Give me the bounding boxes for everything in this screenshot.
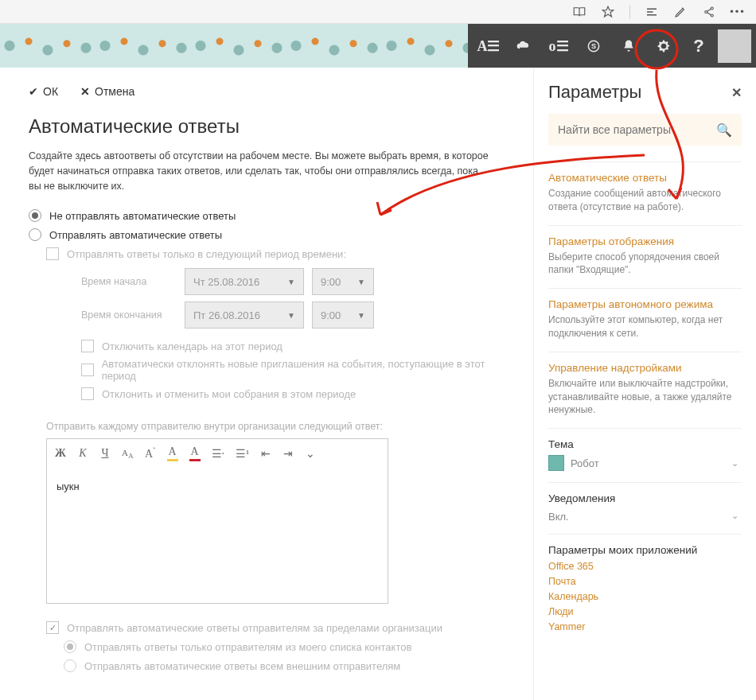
start-time-select[interactable]: 9:00 ▼ bbox=[312, 268, 374, 295]
browser-toolbar: ••• bbox=[0, 0, 756, 24]
cancel-button[interactable]: ✕ Отмена bbox=[80, 85, 134, 98]
checkbox-decline-new[interactable]: Автоматически отклонять новые приглашени… bbox=[81, 358, 511, 382]
chevron-down-icon: ⌄ bbox=[731, 458, 738, 469]
outdent-button[interactable]: ⇤ bbox=[260, 447, 271, 461]
section-addins[interactable]: Управление надстройками Включайте или вы… bbox=[548, 352, 742, 428]
settings-search[interactable]: 🔍 bbox=[548, 114, 742, 146]
font-family-button[interactable]: Aˇ bbox=[145, 446, 156, 461]
end-date-select[interactable]: Пт 26.08.2016 ▼ bbox=[185, 301, 304, 329]
app-ax-icon[interactable]: A☰ bbox=[473, 30, 505, 62]
cancel-label: Отмена bbox=[95, 85, 134, 98]
app-link[interactable]: Office 365 bbox=[548, 561, 742, 572]
gear-icon[interactable] bbox=[648, 30, 680, 62]
radio-all-external[interactable]: Отправлять автоматические ответы всем вн… bbox=[64, 659, 511, 672]
chevron-down-icon: ▼ bbox=[357, 311, 365, 320]
skype-icon[interactable]: S bbox=[578, 30, 610, 62]
svg-text:S: S bbox=[591, 42, 596, 50]
bell-icon[interactable] bbox=[613, 30, 645, 62]
section-link: Автоматические ответы bbox=[548, 172, 742, 184]
theme-value: Робот bbox=[571, 457, 599, 469]
radio-icon bbox=[64, 640, 76, 653]
section-offline[interactable]: Параметры автономного режима Используйте… bbox=[548, 288, 742, 352]
hub-icon[interactable] bbox=[645, 5, 659, 19]
highlight-button[interactable]: A bbox=[167, 445, 178, 461]
checkbox-period[interactable]: Отправлять ответы только в следующий пер… bbox=[46, 247, 511, 260]
content-area: ✔ ОК ✕ Отмена Автоматические ответы Созд… bbox=[0, 68, 756, 700]
theme-banner: A☰ o☰ S ? bbox=[0, 24, 756, 68]
onedrive-icon[interactable] bbox=[508, 30, 540, 62]
ok-label: ОК bbox=[43, 85, 58, 98]
section-sub: Используйте этот компьютер, когда нет по… bbox=[548, 314, 723, 339]
bullets-button[interactable]: ☰· bbox=[212, 447, 225, 461]
action-row: ✔ ОК ✕ Отмена bbox=[29, 85, 511, 98]
share-icon[interactable] bbox=[702, 5, 716, 19]
section-sub: Выберите способ упорядочения своей папки… bbox=[548, 251, 719, 276]
end-time-value: 9:00 bbox=[321, 309, 341, 321]
page-description: Создайте здесь автоответы об отсутствии … bbox=[29, 149, 490, 193]
app-link[interactable]: Почта bbox=[548, 576, 742, 587]
checkbox-icon bbox=[46, 247, 59, 260]
section-sub: Создание сообщений автоматического ответ… bbox=[548, 188, 721, 212]
section-link: Управление надстройками bbox=[548, 362, 742, 374]
main-panel: ✔ ОК ✕ Отмена Автоматические ответы Созд… bbox=[0, 68, 533, 700]
notifications-value: Вкл. bbox=[548, 511, 569, 523]
ok-button[interactable]: ✔ ОК bbox=[29, 85, 58, 98]
section-notifications[interactable]: Уведомления Вкл. ⌄ bbox=[548, 482, 742, 534]
check-icon: ✔ bbox=[29, 85, 38, 98]
radio-dont-send[interactable]: Не отправлять автоматические ответы bbox=[29, 209, 511, 222]
radio-icon bbox=[64, 659, 76, 672]
checkbox-block-calendar[interactable]: Отключить календарь на этот период bbox=[81, 340, 511, 352]
apps-heading: Параметры моих приложений bbox=[548, 544, 742, 556]
radio-label: Отправлять ответы только отправителям из… bbox=[84, 641, 411, 653]
checkbox-label: Автоматически отклонять новые приглашени… bbox=[102, 358, 511, 382]
search-input[interactable] bbox=[558, 123, 716, 136]
notes-icon[interactable] bbox=[673, 5, 688, 19]
outlook-icon[interactable]: o☰ bbox=[543, 30, 575, 62]
italic-button[interactable]: К bbox=[77, 447, 88, 460]
app-link[interactable]: Календарь bbox=[548, 591, 742, 602]
svg-point-2 bbox=[711, 14, 713, 17]
chevron-down-icon: ▼ bbox=[287, 278, 295, 286]
more-icon[interactable]: ••• bbox=[731, 5, 745, 19]
app-launcher-bar: A☰ o☰ S ? bbox=[468, 24, 756, 68]
checkbox-label: Отправлять ответы только в следующий пер… bbox=[67, 248, 346, 260]
font-size-button[interactable]: AA bbox=[122, 448, 134, 460]
page-title: Автоматические ответы bbox=[29, 115, 511, 138]
checkbox-send-outside[interactable]: Отправлять автоматические ответы отправи… bbox=[46, 621, 511, 634]
end-time-select[interactable]: 9:00 ▼ bbox=[312, 301, 374, 329]
chevron-down-icon: ▼ bbox=[357, 278, 365, 286]
section-autoreply[interactable]: Автоматические ответы Создание сообщений… bbox=[548, 161, 742, 225]
profile-avatar[interactable] bbox=[718, 29, 751, 63]
section-link: Параметры автономного режима bbox=[548, 298, 742, 310]
notifications-label: Уведомления bbox=[548, 492, 742, 504]
editor-body[interactable]: ыукн bbox=[47, 468, 388, 603]
search-icon: 🔍 bbox=[716, 122, 732, 138]
underline-button[interactable]: Ч bbox=[99, 447, 111, 460]
separator bbox=[629, 5, 630, 19]
start-date-value: Чт 25.08.2016 bbox=[193, 276, 259, 288]
radio-contacts-only[interactable]: Отправлять ответы только отправителям из… bbox=[64, 640, 511, 653]
indent-button[interactable]: ⇥ bbox=[283, 447, 294, 461]
font-color-button[interactable]: A bbox=[189, 445, 201, 461]
section-display[interactable]: Параметры отображения Выберите способ уп… bbox=[548, 225, 742, 289]
theme-label: Тема bbox=[548, 438, 742, 450]
app-link[interactable]: Yammer bbox=[548, 621, 742, 632]
start-date-select[interactable]: Чт 25.08.2016 ▼ bbox=[185, 268, 304, 295]
section-theme[interactable]: Тема Робот ⌄ bbox=[548, 428, 742, 482]
radio-label: Отправлять автоматические ответы bbox=[49, 229, 222, 241]
end-time-row: Время окончания Пт 26.08.2016 ▼ 9:00 ▼ bbox=[81, 301, 511, 329]
more-format-icon[interactable]: ⌄ bbox=[305, 447, 316, 461]
reading-icon[interactable] bbox=[572, 5, 586, 19]
bold-button[interactable]: Ж bbox=[55, 447, 66, 460]
radio-send[interactable]: Отправлять автоматические ответы bbox=[29, 228, 511, 241]
settings-title: Параметры bbox=[548, 82, 641, 103]
numbering-button[interactable]: ☰¹ bbox=[236, 447, 249, 461]
section-my-apps: Параметры моих приложений Office 365 Поч… bbox=[548, 534, 742, 648]
help-icon[interactable]: ? bbox=[683, 30, 715, 62]
close-icon: ✕ bbox=[80, 85, 90, 98]
star-icon[interactable] bbox=[601, 5, 615, 19]
start-label: Время начала bbox=[81, 276, 177, 287]
close-icon[interactable]: ✕ bbox=[731, 85, 742, 100]
app-link[interactable]: Люди bbox=[548, 606, 742, 617]
checkbox-cancel-meetings[interactable]: Отклонить и отменить мои собрания в этом… bbox=[81, 387, 511, 400]
